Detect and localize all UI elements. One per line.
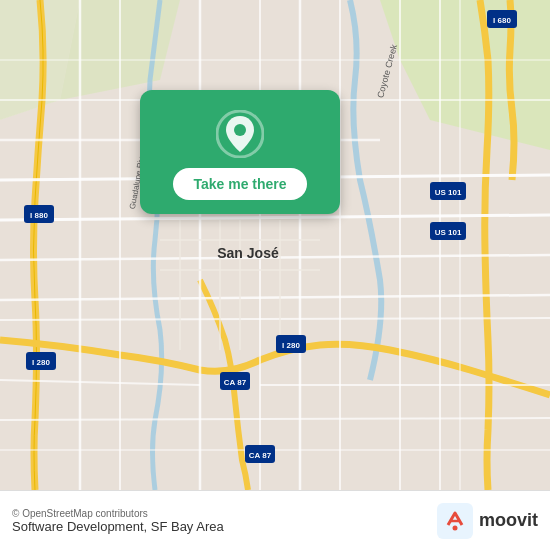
svg-text:I 680: I 680 [493, 16, 511, 25]
svg-text:CA 87: CA 87 [249, 451, 272, 460]
popup-card: Take me there [140, 90, 340, 214]
svg-point-53 [452, 525, 457, 530]
moovit-icon [437, 503, 473, 539]
footer-left: © OpenStreetMap contributors Software De… [12, 508, 224, 534]
svg-text:US 101: US 101 [435, 188, 462, 197]
svg-text:I 280: I 280 [282, 341, 300, 350]
location-pin-icon [216, 110, 264, 158]
copyright-text: © OpenStreetMap contributors [12, 508, 224, 519]
svg-point-51 [234, 124, 246, 136]
svg-text:I 280: I 280 [32, 358, 50, 367]
app-title: Software Development, SF Bay Area [12, 519, 224, 534]
moovit-text: moovit [479, 510, 538, 531]
svg-text:I 880: I 880 [30, 211, 48, 220]
moovit-logo[interactable]: moovit [437, 503, 538, 539]
take-me-there-button[interactable]: Take me there [173, 168, 306, 200]
svg-text:US 101: US 101 [435, 228, 462, 237]
map-svg: I 880 I 280 I 680 I 280 US 101 US 101 CA… [0, 0, 550, 490]
map-container: I 880 I 280 I 680 I 280 US 101 US 101 CA… [0, 0, 550, 490]
footer: © OpenStreetMap contributors Software De… [0, 490, 550, 550]
svg-text:San José: San José [217, 245, 279, 261]
svg-text:CA 87: CA 87 [224, 378, 247, 387]
